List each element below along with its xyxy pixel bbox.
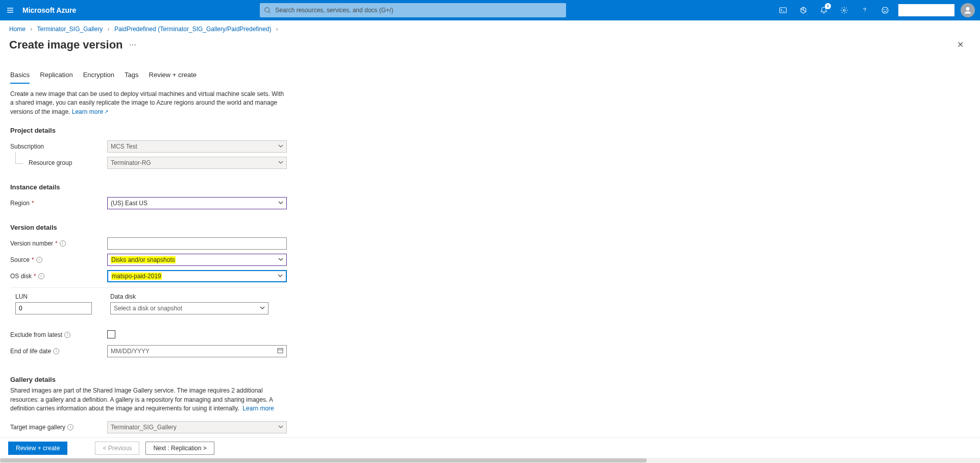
svg-point-6 — [966, 7, 970, 11]
chevron-down-icon — [278, 200, 283, 207]
svg-rect-7 — [278, 349, 283, 353]
svg-point-0 — [265, 8, 270, 12]
chevron-right-icon: › — [105, 26, 113, 33]
os-disk-label: OS disk * i — [10, 273, 107, 280]
calendar-icon[interactable] — [277, 348, 283, 355]
resource-group-select[interactable]: Terminator-RG — [107, 157, 287, 169]
info-icon[interactable]: i — [36, 257, 42, 263]
data-disk-label: Data disk — [110, 293, 268, 302]
breadcrumb: Home › Terminator_SIG_Gallery › PaidPred… — [0, 20, 980, 34]
target-image-gallery-select[interactable]: Terminator_SIG_Gallery — [107, 421, 287, 433]
tab-basics[interactable]: Basics — [10, 71, 30, 84]
wizard-tabs: Basics Replication Encryption Tags Revie… — [0, 56, 980, 84]
help-icon[interactable] — [854, 0, 875, 20]
exclude-from-latest-checkbox[interactable] — [107, 330, 115, 338]
previous-button[interactable]: < Previous — [95, 442, 139, 455]
version-number-input[interactable] — [107, 237, 287, 250]
exclude-from-latest-label: Exclude from latest i — [10, 331, 107, 338]
global-search-input[interactable] — [275, 7, 566, 14]
learn-more-link[interactable]: Learn more↗ — [72, 108, 108, 115]
review-create-button[interactable]: Review + create — [8, 442, 67, 455]
version-number-label: Version number * i — [10, 240, 107, 247]
more-actions-icon[interactable]: ⋯ — [123, 41, 136, 49]
region-select[interactable]: (US) East US — [107, 197, 287, 209]
top-bar: Microsoft Azure 1 — [0, 0, 980, 20]
chevron-down-icon — [278, 424, 283, 431]
info-icon[interactable]: i — [64, 332, 70, 338]
directories-icon[interactable] — [793, 0, 814, 20]
external-link-icon: ↗ — [103, 109, 108, 114]
info-icon[interactable]: i — [60, 240, 66, 247]
svg-point-5 — [886, 10, 887, 10]
tab-review[interactable]: Review + create — [149, 71, 197, 84]
page-header: Create image version ⋯ ✕ — [0, 34, 980, 56]
svg-point-4 — [884, 10, 884, 10]
subscription-label: Subscription — [10, 143, 107, 150]
info-icon[interactable]: i — [38, 273, 44, 279]
global-search[interactable] — [260, 3, 566, 17]
info-icon[interactable]: i — [67, 424, 74, 430]
close-blade-icon[interactable]: ✕ — [953, 36, 968, 54]
wizard-footer: Review + create < Previous Next : Replic… — [0, 437, 980, 458]
feedback-icon[interactable] — [875, 0, 895, 20]
top-icon-bar: 1 — [773, 0, 975, 20]
required-asterisk: * — [32, 200, 34, 207]
svg-point-2 — [843, 9, 845, 11]
gallery-details-description: Shared images are part of the Shared Ima… — [10, 386, 288, 413]
required-asterisk: * — [55, 240, 58, 247]
breadcrumb-item[interactable]: PaidPredefined (Terminator_SIG_Gallery/P… — [114, 26, 272, 33]
chevron-right-icon: › — [27, 26, 35, 33]
section-heading-version: Version details — [10, 212, 970, 234]
section-heading-project: Project details — [10, 121, 970, 137]
form-scroll-area[interactable]: Create a new image that can be used to d… — [0, 84, 980, 438]
region-label: Region * — [10, 200, 107, 207]
section-heading-instance: Instance details — [10, 172, 970, 194]
end-of-life-label: End of life date i — [10, 348, 107, 355]
chevron-down-icon — [260, 305, 265, 312]
settings-gear-icon[interactable] — [834, 0, 854, 20]
next-button[interactable]: Next : Replication > — [145, 442, 214, 455]
svg-point-3 — [882, 7, 888, 13]
data-disk-select[interactable]: Select a disk or snapshot — [110, 302, 268, 314]
lun-input[interactable] — [15, 302, 92, 314]
cloud-shell-icon[interactable] — [773, 0, 793, 20]
source-label: Source * i — [10, 256, 107, 263]
user-avatar[interactable] — [961, 3, 975, 17]
svg-rect-1 — [780, 8, 787, 13]
info-icon[interactable]: i — [53, 348, 59, 354]
required-asterisk: * — [34, 273, 36, 280]
data-disk-block: LUN Data disk Select a disk or snapshot — [10, 293, 970, 314]
chevron-right-icon: › — [273, 26, 281, 33]
chevron-down-icon — [278, 273, 283, 280]
tab-replication[interactable]: Replication — [40, 71, 72, 84]
hamburger-menu-icon[interactable] — [0, 0, 20, 20]
page-title: Create image version — [9, 38, 123, 52]
breadcrumb-item[interactable]: Home — [9, 26, 26, 33]
learn-more-link[interactable]: Learn more — [242, 405, 274, 412]
resource-group-label: Resource group — [10, 159, 107, 166]
required-asterisk: * — [32, 256, 34, 263]
breadcrumb-item[interactable]: Terminator_SIG_Gallery — [37, 26, 103, 33]
os-disk-select[interactable]: matspo-paid-2019 — [107, 270, 287, 282]
horizontal-scrollbar[interactable] — [0, 458, 980, 463]
end-of-life-input[interactable] — [107, 345, 287, 357]
account-quick-input[interactable] — [898, 4, 954, 16]
notifications-icon[interactable]: 1 — [814, 0, 834, 20]
source-select[interactable]: Disks and/or snapshots — [107, 254, 287, 266]
chevron-down-icon — [278, 256, 283, 263]
subscription-select[interactable]: MCS Test — [107, 140, 287, 153]
target-image-gallery-label: Target image gallery i — [10, 424, 107, 431]
notification-badge: 1 — [825, 3, 831, 9]
lun-label: LUN — [15, 293, 92, 302]
tab-tags[interactable]: Tags — [125, 71, 138, 84]
intro-text: Create a new image that can be used to d… — [10, 84, 288, 121]
brand-label[interactable]: Microsoft Azure — [20, 6, 81, 14]
section-heading-gallery: Gallery details — [10, 360, 970, 386]
tab-encryption[interactable]: Encryption — [83, 71, 114, 84]
chevron-down-icon — [278, 143, 283, 150]
chevron-down-icon — [278, 159, 283, 166]
